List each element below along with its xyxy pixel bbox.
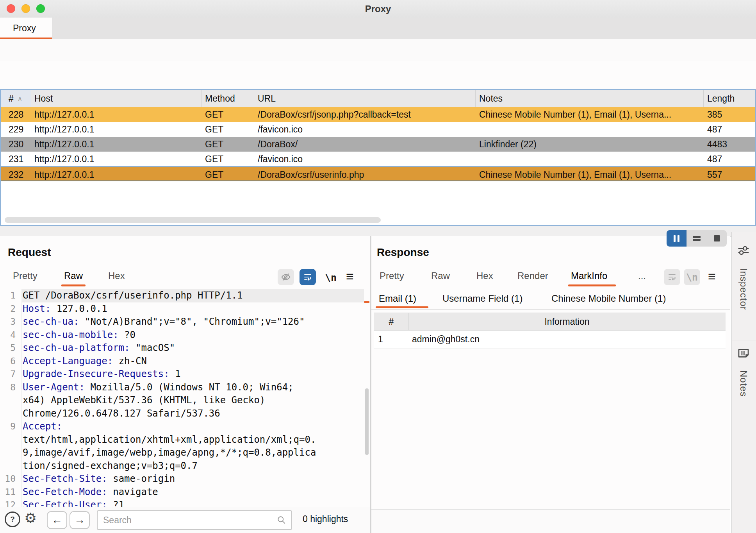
request-editor[interactable]: 1GET /DoraBox/csrf/userinfo.php HTTP/1.1…: [0, 289, 370, 507]
request-line: Chrome/126.0.6478.127 Safari/537.36: [0, 407, 370, 420]
filter-row: Filter settings: Hiding CSS, image and g…: [0, 61, 756, 89]
request-line: tion/signed-exchange;v=b3;q=0.7: [0, 460, 370, 473]
word-wrap-icon: [667, 272, 677, 282]
proxy-sub-tab-bar: Intercept HTTP history WebSockets histor…: [0, 39, 756, 62]
table-row-230[interactable]: 230 http://127.0.0.1 GET /DoraBox/ Linkf…: [1, 137, 755, 152]
markinfo-column-information[interactable]: Information: [408, 313, 726, 330]
notes-tab-label[interactable]: Notes: [738, 370, 749, 397]
tab-proxy-label: Proxy: [13, 23, 36, 34]
request-line: text/html,application/xhtml+xml,applicat…: [0, 433, 370, 447]
request-line: 1GET /DoraBox/csrf/userinfo.php HTTP/1.1: [0, 289, 370, 302]
hide-highlights-button[interactable]: [278, 269, 294, 285]
markinfo-row[interactable]: 1 admin@gh0st.cn: [374, 331, 726, 349]
column-header-notes[interactable]: Notes: [476, 90, 704, 107]
notes-document-icon: [737, 347, 750, 360]
request-panel: Request Pretty Raw Hex \n ≡ 1GET /DoraBo…: [0, 236, 370, 533]
response-tab-render[interactable]: Render: [517, 270, 548, 281]
request-line: 9Accept:: [0, 420, 370, 433]
column-header-url[interactable]: URL: [254, 90, 476, 107]
pause-button[interactable]: [667, 230, 686, 247]
request-line: 12Sec-Fetch-User: ?1: [0, 499, 370, 507]
window-title: Proxy: [0, 4, 756, 14]
table-row-228[interactable]: 228 http://127.0.0.1 GET /DoraBox/csrf/j…: [1, 107, 755, 122]
tab-proxy[interactable]: Proxy: [0, 18, 52, 39]
response-title: Response: [377, 246, 429, 259]
request-line: 9,image/avif,image/webp,image/apng,*/*;q…: [0, 446, 370, 460]
search-input[interactable]: [98, 515, 276, 526]
sidebar-divider: [731, 340, 756, 340]
search-icon: [276, 515, 287, 525]
extracted-email-value: admin@gh0st.cn: [412, 334, 480, 345]
help-icon[interactable]: ?: [5, 512, 20, 527]
request-line: 8User-Agent: Mozilla/5.0 (Windows NT 10.…: [0, 381, 370, 394]
request-line: 11Sec-Fetch-Mode: navigate: [0, 486, 370, 499]
request-line: 4sec-ch-ua-mobile: ?0: [0, 329, 370, 342]
word-wrap-icon: [303, 272, 313, 282]
request-search-field[interactable]: [97, 510, 292, 530]
request-tab-raw[interactable]: Raw: [64, 270, 83, 281]
response-tab-raw[interactable]: Raw: [431, 270, 450, 281]
titlebar: Proxy: [0, 0, 756, 18]
newline-toggle[interactable]: \n: [325, 272, 337, 283]
response-tab-hex[interactable]: Hex: [476, 270, 493, 281]
response-tab-more[interactable]: ...: [638, 270, 646, 281]
request-menu-icon[interactable]: ≡: [346, 270, 354, 283]
forward-button[interactable]: →: [70, 511, 90, 529]
response-newline-toggle[interactable]: \n: [684, 269, 700, 285]
inspector-tab-label[interactable]: Inspector: [738, 268, 749, 310]
column-header-length[interactable]: Length: [704, 90, 755, 107]
table-row-231[interactable]: 231 http://127.0.0.1 GET /favicon.ico 48…: [1, 152, 755, 166]
notes-tab[interactable]: [737, 347, 750, 361]
eye-off-icon: [281, 272, 291, 282]
request-active-tab-underline: [61, 284, 86, 286]
table-row-229[interactable]: 229 http://127.0.0.1 GET /favicon.ico 48…: [1, 122, 755, 137]
request-tab-pretty[interactable]: Pretty: [13, 270, 37, 281]
request-tab-hex[interactable]: Hex: [108, 270, 125, 281]
markinfo-divider: [371, 309, 730, 310]
markinfo-tab-chinese-mobile-number[interactable]: Chinese Mobile Number (1): [551, 293, 666, 304]
column-header-number[interactable]: # ∧: [1, 90, 31, 107]
http-history-table: # ∧ Host Method URL Notes Length 228 htt…: [0, 89, 756, 226]
stop-icon: [714, 235, 720, 241]
response-tab-markinfo[interactable]: MarkInfo: [571, 270, 607, 281]
request-line: 2Host: 127.0.0.1: [0, 302, 370, 316]
markinfo-header-row: # Information: [374, 313, 726, 331]
response-panel: Response Pretty Raw Hex Render MarkInfo …: [371, 236, 730, 533]
response-tab-pretty[interactable]: Pretty: [380, 270, 404, 281]
panel-splitter[interactable]: [0, 226, 756, 237]
markinfo-tab-username-field[interactable]: Username Field (1): [442, 293, 522, 304]
column-header-host[interactable]: Host: [31, 90, 201, 107]
request-line: 5sec-ch-ua-platform: "macOS": [0, 342, 370, 355]
request-line: 7Upgrade-Insecure-Requests: 1: [0, 368, 370, 381]
main-tab-bar: ⚙ Settings: [0, 18, 756, 39]
stop-button[interactable]: [707, 230, 727, 247]
table-header-row: # ∧ Host Method URL Notes Length: [1, 90, 755, 107]
gutter-divider: [21, 289, 21, 507]
request-scrollbar-thumb[interactable]: [365, 388, 369, 455]
response-toolbar: Settings AI Empowered: [371, 509, 730, 533]
request-line: 3sec-ch-ua: "Not/A)Brand";v="8", "Chromi…: [0, 315, 370, 329]
editor-settings-gear-icon[interactable]: ⚙: [24, 511, 37, 525]
response-word-wrap-button[interactable]: [664, 269, 680, 285]
scrollbar-highlight-tick: [364, 301, 369, 303]
markinfo-tab-email[interactable]: Email (1): [379, 293, 416, 304]
inspector-tab[interactable]: [737, 244, 750, 258]
response-active-tab-underline: [568, 284, 616, 286]
request-line: 6Accept-Language: zh-CN: [0, 355, 370, 368]
response-menu-icon[interactable]: ≡: [708, 270, 716, 283]
column-header-method[interactable]: Method: [201, 90, 254, 107]
request-line: 10Sec-Fetch-Site: same-origin: [0, 472, 370, 486]
markinfo-active-tab-underline: [376, 306, 428, 308]
highlights-count: 0 highlights: [303, 514, 348, 524]
request-line: x64) AppleWebKit/537.36 (KHTML, like Gec…: [0, 394, 370, 407]
request-toolbar: ? ⚙ ← → 0 highlights: [0, 507, 370, 533]
back-button[interactable]: ←: [47, 511, 67, 529]
proxy-window: Proxy ⚙ Settings Proxy Intercept HTTP hi…: [0, 0, 756, 533]
sort-caret-icon: ∧: [18, 95, 22, 103]
table-row-232-selected[interactable]: 232 http://127.0.0.1 GET /DoraBox/csrf/u…: [1, 166, 755, 181]
horizontal-scrollbar-thumb[interactable]: [5, 217, 381, 223]
inspector-sliders-icon: [737, 244, 750, 257]
word-wrap-button[interactable]: [300, 269, 316, 285]
queue-button[interactable]: [686, 230, 706, 247]
markinfo-column-number[interactable]: #: [374, 313, 409, 330]
